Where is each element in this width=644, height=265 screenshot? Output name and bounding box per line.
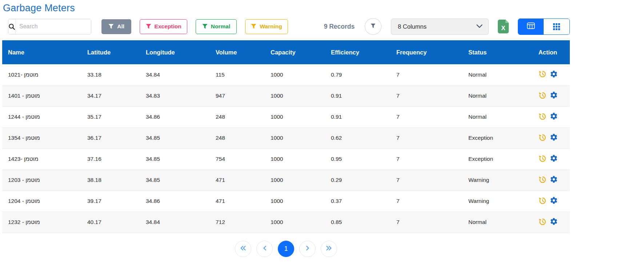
cell-volume: 471 [210, 191, 265, 212]
settings-button[interactable] [550, 112, 558, 121]
cell-name: 1232 - מוטמן [2, 212, 81, 233]
pagination-next-button[interactable] [299, 241, 316, 257]
excel-export-button[interactable]: X [498, 20, 509, 33]
column-header-capacity[interactable]: Capacity [265, 40, 325, 64]
history-button[interactable] [538, 91, 547, 101]
page-container: Garbage Meters All Exception [2, 0, 570, 257]
column-header-action[interactable]: Action [526, 40, 570, 64]
cell-capacity: 1000 [265, 148, 325, 170]
chevron-down-icon [476, 23, 483, 30]
column-header-latitude[interactable]: Latitude [81, 40, 140, 64]
column-header-longitude[interactable]: Longitude [140, 40, 210, 64]
cell-status: Normal [463, 212, 526, 233]
history-icon [538, 133, 547, 143]
cell-capacity: 1000 [265, 85, 325, 106]
pagination-first-button[interactable] [235, 241, 251, 257]
column-header-name[interactable]: Name [2, 40, 81, 64]
history-button[interactable] [538, 196, 547, 206]
pagination-previous-button[interactable] [256, 241, 273, 257]
cell-status: Exception [463, 127, 526, 148]
filter-all-button[interactable]: All [101, 19, 132, 34]
cell-longitude: 34.85 [140, 148, 210, 170]
pagination-page-1-button[interactable]: 1 [278, 241, 294, 257]
cell-volume: 754 [210, 148, 265, 170]
table-row: 1203 - מוטמן38.1834.8547110000.297Warnin… [2, 170, 570, 191]
cell-capacity: 1000 [265, 127, 325, 148]
cell-frequency: 7 [391, 170, 463, 191]
funnel-icon [251, 24, 256, 29]
history-icon [538, 196, 547, 206]
history-button[interactable] [538, 133, 547, 143]
cell-volume: 947 [210, 85, 265, 106]
column-header-frequency[interactable]: Frequency [391, 40, 463, 64]
cell-name: 1354 - מוטמן [2, 127, 81, 148]
search-box [8, 19, 91, 34]
filter-normal-button[interactable]: Normal [196, 19, 237, 34]
cell-name: 1021- מוטמן [2, 64, 81, 85]
cell-action [526, 85, 570, 106]
gear-icon [550, 217, 558, 227]
gear-icon [550, 175, 558, 184]
settings-button[interactable] [550, 175, 558, 184]
search-input[interactable] [16, 19, 91, 34]
cell-status: Normal [463, 64, 526, 85]
table-view-icon [527, 23, 535, 30]
table-header-row: NameLatitudeLongitudeVolumeCapacityEffic… [2, 40, 570, 64]
settings-button[interactable] [550, 133, 558, 142]
cell-volume: 471 [210, 170, 265, 191]
funnel-icon [202, 24, 208, 29]
filter-funnel-button[interactable] [365, 18, 381, 35]
cell-frequency: 7 [391, 106, 463, 127]
cell-capacity: 1000 [265, 191, 325, 212]
history-button[interactable] [538, 217, 547, 227]
cell-status: Normal [463, 106, 526, 127]
grid-view-icon [553, 23, 560, 30]
cell-capacity: 1000 [265, 170, 325, 191]
table-view-button[interactable] [518, 19, 544, 34]
column-header-volume[interactable]: Volume [210, 40, 265, 64]
gear-icon [550, 154, 558, 163]
settings-button[interactable] [550, 70, 558, 79]
excel-icon: X [501, 25, 505, 33]
cell-action [526, 170, 570, 191]
pagination-last-button[interactable] [321, 241, 337, 257]
table-row: 1204 - מוטמן39.1734.8647110000.377Warnin… [2, 191, 570, 212]
cell-name: 1423- מוטמן [2, 148, 81, 170]
cell-status: Warning [463, 170, 526, 191]
table-row: 1021- מוטמן33.1834.8411510000.797Normal [2, 64, 570, 85]
cell-latitude: 38.18 [81, 170, 140, 191]
history-button[interactable] [538, 112, 547, 122]
column-header-efficiency[interactable]: Efficiency [325, 40, 391, 64]
cell-efficiency: 0.62 [325, 127, 391, 148]
chevron-right-icon [305, 245, 310, 252]
cell-efficiency: 0.85 [325, 212, 391, 233]
history-icon [538, 70, 547, 79]
filter-exception-label: Exception [155, 23, 181, 30]
columns-dropdown[interactable]: 8 Columns [391, 19, 489, 35]
table-row: 1232 - מוטמן40.1734.8471210000.857Normal [2, 212, 570, 233]
history-button[interactable] [538, 154, 547, 164]
cell-longitude: 34.83 [140, 85, 210, 106]
history-button[interactable] [538, 70, 547, 79]
cell-name: 1244 - מוטמן [2, 106, 81, 127]
gear-icon [550, 91, 558, 100]
grid-view-button[interactable] [544, 19, 569, 34]
settings-button[interactable] [550, 196, 558, 205]
history-button[interactable] [538, 175, 547, 185]
cell-efficiency: 0.91 [325, 85, 391, 106]
cell-frequency: 7 [391, 64, 463, 85]
filter-exception-button[interactable]: Exception [140, 19, 187, 34]
view-toggle-group [518, 19, 570, 35]
cell-efficiency: 0.29 [325, 170, 391, 191]
settings-button[interactable] [550, 91, 558, 100]
cell-latitude: 39.17 [81, 191, 140, 212]
settings-button[interactable] [550, 217, 558, 227]
history-icon [538, 175, 547, 185]
cell-volume: 712 [210, 212, 265, 233]
settings-button[interactable] [550, 154, 558, 163]
column-header-status[interactable]: Status [463, 40, 526, 64]
cell-longitude: 34.85 [140, 170, 210, 191]
excel-fold-inner [505, 20, 508, 23]
funnel-icon [108, 24, 114, 29]
filter-warning-button[interactable]: Warning [245, 19, 288, 34]
